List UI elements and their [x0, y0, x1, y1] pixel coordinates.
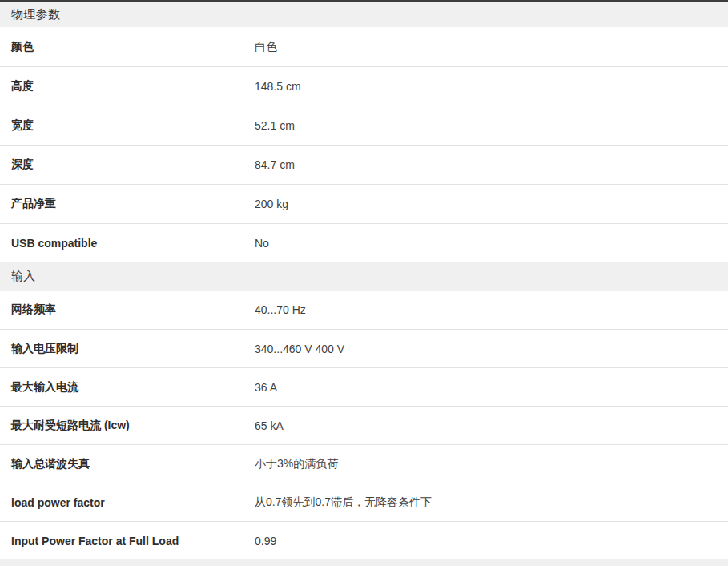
section-title: 输入 — [11, 269, 36, 284]
spec-label: Input Power Factor at Full Load — [11, 535, 255, 547]
spec-value: 148.5 cm — [255, 80, 728, 93]
table-row: USB compatibleNo — [0, 223, 728, 262]
spec-label: 网络频率 — [11, 303, 255, 317]
spec-section: 物理参数颜色白色高度148.5 cm宽度52.1 cm深度84.7 cm产品净重… — [0, 0, 728, 262]
spec-label: 高度 — [11, 79, 255, 94]
spec-label: 输入电压限制 — [11, 342, 255, 356]
next-section-partial-band — [0, 559, 728, 566]
section-title: 物理参数 — [11, 7, 60, 22]
product-spec-page: 物理参数颜色白色高度148.5 cm宽度52.1 cm深度84.7 cm产品净重… — [0, 0, 728, 577]
table-row: 最大耐受短路电流 (Icw)65 kA — [0, 406, 728, 444]
spec-label: USB compatible — [11, 237, 255, 250]
table-row: 深度84.7 cm — [0, 145, 728, 184]
spec-table: 物理参数颜色白色高度148.5 cm宽度52.1 cm深度84.7 cm产品净重… — [0, 0, 728, 559]
spec-value: 0.99 — [255, 535, 728, 547]
table-row: 高度148.5 cm — [0, 66, 728, 106]
spec-label: 颜色 — [11, 40, 255, 54]
spec-label: 最大耐受短路电流 (Icw) — [11, 419, 255, 433]
spec-label: 输入总谐波失真 — [11, 457, 255, 471]
spec-value: 340...460 V 400 V — [255, 343, 728, 355]
table-row: 网络频率40...70 Hz — [0, 291, 728, 329]
spec-value: 从0.7领先到0.7滞后，无降容条件下 — [255, 495, 728, 510]
table-row: 输入电压限制340...460 V 400 V — [0, 329, 728, 367]
spec-value: 36 A — [255, 381, 728, 394]
table-row: 颜色白色 — [0, 27, 728, 66]
spec-value: 65 kA — [255, 419, 728, 432]
table-row: load power factor从0.7领先到0.7滞后，无降容条件下 — [0, 483, 728, 521]
spec-value: No — [255, 237, 728, 250]
spec-label: 产品净重 — [11, 197, 255, 211]
section-header: 物理参数 — [0, 0, 728, 27]
spec-value: 白色 — [255, 40, 728, 54]
table-row: 产品净重200 kg — [0, 184, 728, 223]
table-row: 最大输入电流36 A — [0, 367, 728, 406]
spec-value: 200 kg — [255, 198, 728, 210]
spec-label: 深度 — [11, 158, 255, 172]
spec-section: 输入网络频率40...70 Hz输入电压限制340...460 V 400 V最… — [0, 262, 728, 559]
table-row: Input Power Factor at Full Load0.99 — [0, 521, 728, 559]
spec-value: 40...70 Hz — [255, 303, 728, 316]
section-header: 输入 — [0, 262, 728, 291]
table-row: 宽度52.1 cm — [0, 106, 728, 145]
spec-value: 52.1 cm — [255, 119, 728, 132]
spec-label: 宽度 — [11, 118, 255, 133]
spec-value: 84.7 cm — [255, 158, 728, 171]
spec-label: load power factor — [11, 496, 255, 509]
table-row: 输入总谐波失真小于3%的满负荷 — [0, 444, 728, 483]
spec-value: 小于3%的满负荷 — [255, 457, 728, 471]
spec-label: 最大输入电流 — [11, 380, 255, 395]
